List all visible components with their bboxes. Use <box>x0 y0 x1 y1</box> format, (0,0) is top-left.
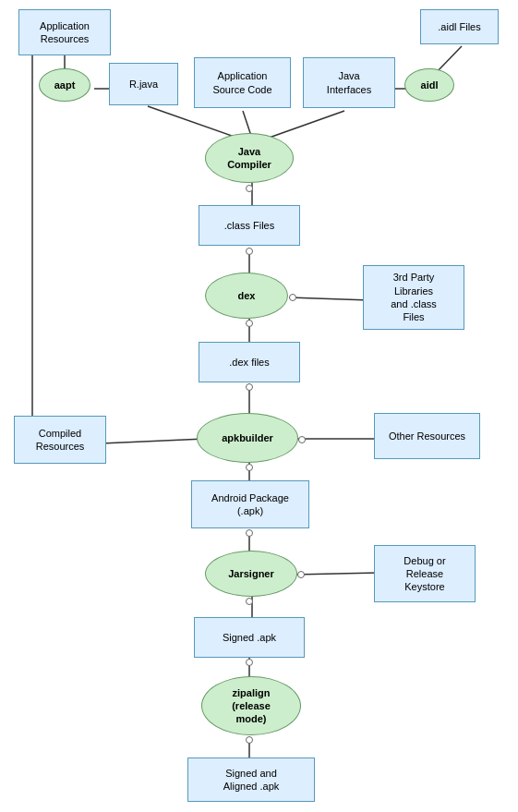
signed-apk-box: Signed .apk <box>194 617 305 658</box>
svg-line-19 <box>294 573 379 575</box>
android-package-label: Android Package(.apk) <box>211 491 289 518</box>
jarsigner-label: Jarsigner <box>228 567 274 580</box>
jarsigner-tool: Jarsigner <box>205 551 297 597</box>
r-java-box: R.java <box>109 63 178 105</box>
third-party-box: 3rd PartyLibrariesand .classFiles <box>363 265 464 330</box>
aapt-tool: aapt <box>39 68 90 102</box>
other-resources-box: Other Resources <box>374 413 480 459</box>
app-source-label: ApplicationSource Code <box>212 69 271 96</box>
java-compiler-tool: JavaCompiler <box>205 133 294 183</box>
aidl-files-label: .aidl Files <box>438 20 480 33</box>
aidl-tool-label: aidl <box>421 79 439 91</box>
android-package-box: Android Package(.apk) <box>191 480 309 528</box>
app-source-box: ApplicationSource Code <box>194 57 291 108</box>
third-party-label: 3rd PartyLibrariesand .classFiles <box>391 271 437 323</box>
svg-line-15 <box>102 439 205 443</box>
apkbuilder-tool: apkbuilder <box>197 413 298 463</box>
app-resources-box: Application Resources <box>18 9 111 55</box>
signed-aligned-box: Signed andAligned .apk <box>187 757 315 802</box>
dex-files-label: .dex files <box>229 356 269 369</box>
apkbuilder-label: apkbuilder <box>222 431 273 444</box>
java-interfaces-label: JavaInterfaces <box>327 69 371 96</box>
compiled-resources-box: CompiledResources <box>14 416 106 464</box>
svg-line-12 <box>289 297 369 300</box>
dex-label: dex <box>238 289 256 302</box>
compiled-resources-label: CompiledResources <box>36 427 85 454</box>
debug-release-box: Debug orReleaseKeystore <box>374 545 476 602</box>
dex-tool: dex <box>205 273 288 319</box>
zipalign-label: zipalign(releasemode) <box>232 686 271 726</box>
aapt-label: aapt <box>54 79 76 91</box>
signed-aligned-label: Signed andAligned .apk <box>223 767 280 794</box>
signed-apk-label: Signed .apk <box>223 631 276 644</box>
app-resources-label: Application Resources <box>23 19 106 46</box>
aidl-tool: aidl <box>404 68 454 102</box>
aidl-files-box: .aidl Files <box>420 9 499 44</box>
class-files-box: .class Files <box>199 205 300 246</box>
java-interfaces-box: JavaInterfaces <box>303 57 395 108</box>
zipalign-tool: zipalign(releasemode) <box>201 676 301 735</box>
debug-release-label: Debug orReleaseKeystore <box>404 554 445 594</box>
other-resources-label: Other Resources <box>389 430 465 442</box>
java-compiler-label: JavaCompiler <box>227 145 271 172</box>
r-java-label: R.java <box>129 78 158 91</box>
class-files-label: .class Files <box>224 219 274 232</box>
dex-files-box: .dex files <box>199 342 300 382</box>
build-diagram: Application Resources .aidl Files aapt R… <box>0 0 518 812</box>
svg-line-8 <box>261 111 344 140</box>
